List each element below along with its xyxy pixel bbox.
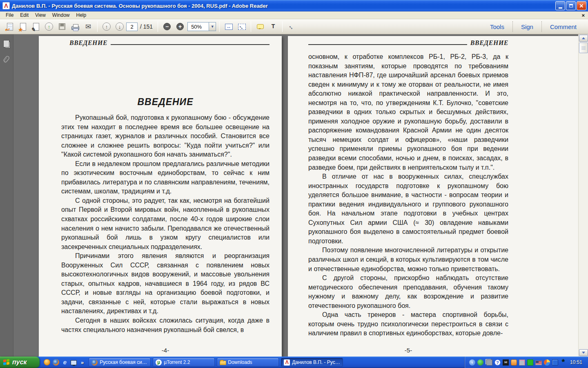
fit-page-icon: ↔ [238, 24, 246, 30]
show-desktop-icon[interactable] [71, 360, 77, 365]
paragraph: Если в недалеком прошлом предлагались ра… [61, 159, 270, 196]
page-number-left: -4- [61, 347, 270, 354]
chapter-title: ВВЕДЕНИЕ [61, 96, 270, 108]
scrollbar-thumb[interactable] [579, 43, 588, 53]
previous-page-button[interactable]: ↑ [100, 20, 113, 33]
menu-bar: FileEditViewWindowHelp [0, 11, 588, 19]
help-tray-icon[interactable]: ? [494, 359, 501, 366]
adobe-reader-app-icon: Λ [2, 2, 10, 9]
next-page-button[interactable]: ↓ [113, 20, 126, 33]
messenger-agent-icon[interactable] [511, 359, 517, 366]
menu-item[interactable]: View [32, 12, 49, 18]
sign-document-button[interactable]: ✎ [29, 20, 42, 33]
toolbar-separator [282, 21, 283, 32]
save-floppy-icon [59, 23, 65, 30]
close-button[interactable]: ✕ [577, 1, 586, 10]
task-label: Downloads [228, 359, 252, 365]
quick-launch-bar: e » [40, 359, 89, 366]
restore-button[interactable] [566, 1, 576, 10]
sign-panel-button[interactable]: Sign [512, 21, 541, 32]
menu-item[interactable]: File [2, 12, 17, 18]
network-connections-icon[interactable] [519, 359, 525, 366]
running-header-right: ВВЕДЕНИЕ [288, 36, 508, 47]
paragraph: Поэтому появление многочисленной литерат… [308, 246, 508, 274]
zoom-out-button[interactable]: − [160, 20, 174, 33]
header-rule [308, 44, 467, 45]
zoom-dropdown-button[interactable]: ▼ [209, 22, 216, 31]
network-monitor-icon[interactable] [486, 359, 492, 366]
header-label: ВВЕДЕНИЕ [69, 39, 107, 47]
header-label: ВВЕДЕНИЕ [470, 39, 508, 47]
menu-item[interactable]: Window [49, 12, 73, 18]
close-document-button[interactable]: × [581, 12, 585, 18]
firefox-icon[interactable] [53, 359, 59, 366]
menu-item[interactable]: Edit [17, 12, 32, 18]
page-up-icon: ↑ [102, 22, 111, 31]
toolbar-separator [251, 21, 251, 32]
page-thumbnails-button[interactable] [3, 40, 10, 49]
paragraph: В отличие от нас в вооруженных силах, сп… [308, 172, 508, 246]
start-label: пуск [12, 359, 27, 366]
page-number-input[interactable] [126, 22, 138, 31]
toolbar-separator [97, 21, 98, 32]
security-shield-icon[interactable] [44, 359, 50, 366]
fit-page-button[interactable]: ↔ [235, 20, 248, 33]
task-button-utorrent[interactable]: µ µTorrent 2.2 [153, 358, 215, 367]
task-label: µTorrent 2.2 [164, 359, 190, 365]
minimize-button[interactable] [555, 1, 565, 10]
page-number-right: -5- [308, 347, 508, 354]
antivirus-status-icon[interactable] [527, 359, 533, 366]
print-button[interactable] [69, 20, 82, 33]
task-button-downloads[interactable]: Downloads [217, 358, 279, 367]
task-button-firefox[interactable]: Русская боевая сист... [89, 358, 151, 367]
upload-arrow-icon: ↑ [45, 22, 53, 31]
internet-explorer-icon[interactable]: e [62, 359, 68, 366]
scrollbar-up-button[interactable] [579, 35, 588, 42]
fit-width-button[interactable]: ↔ [222, 20, 235, 33]
pan-zoom-button[interactable]: ↔ [285, 20, 298, 33]
windows-logo-icon [3, 359, 10, 366]
hide-tray-icons-button[interactable]: ‹ [469, 359, 475, 366]
toolbar-right-group: Tools Sign Comment [482, 19, 585, 34]
pages-panel-icon [5, 42, 10, 48]
taskbar-clock: 10:51 [568, 359, 585, 365]
add-sticky-note-button[interactable] [254, 20, 267, 33]
scrollbar-down-button[interactable] [579, 349, 588, 356]
language-us-flag-icon[interactable] [535, 361, 542, 365]
start-button[interactable]: пуск [0, 357, 40, 368]
running-header-left: ВВЕДЕНИЕ [39, 36, 282, 47]
diagonal-arrows-icon: ↔ [287, 22, 296, 31]
highlight-text-icon: T [270, 23, 277, 30]
save-button[interactable] [56, 20, 69, 33]
page-text-right: основном, к отработке комплексов РБ-1, Р… [308, 52, 508, 338]
window-title: Данилов В.П. - Русская боевая система. О… [12, 3, 555, 9]
graphics-utility-icon[interactable] [544, 359, 550, 366]
comment-panel-button[interactable]: Comment [541, 21, 585, 32]
mail-tray-icon[interactable]: ✉ [503, 359, 509, 366]
blue-app-tray-icon[interactable] [552, 359, 558, 366]
email-button[interactable]: ✉ [82, 20, 95, 33]
paragraph-list: В отличие от нас в вооруженных силах, сп… [308, 172, 508, 338]
zoom-in-icon: + [176, 23, 184, 30]
drweb-spider-icon[interactable]: * [560, 359, 566, 366]
zoom-level-value: 50% [187, 22, 209, 31]
toolbar-separator [219, 21, 220, 32]
page-text-left: Рукопашный бой, подготовка к рукопашному… [61, 113, 270, 334]
menu-item[interactable]: Help [73, 12, 90, 18]
folder-icon [220, 359, 226, 366]
task-button-adobe-reader[interactable]: Λ Данилов В.П. - Русс... [281, 358, 343, 367]
quick-launch-overflow-chevron[interactable]: » [79, 359, 85, 366]
comment-bubble-icon [257, 24, 264, 29]
highlight-text-button[interactable]: T [267, 20, 280, 33]
create-pdf-online-button[interactable]: ★ [16, 20, 29, 33]
attachments-paperclip-icon[interactable] [3, 55, 10, 63]
tools-panel-button[interactable]: Tools [482, 21, 512, 32]
pdf-page-left: ВВЕДЕНИЕ ВВЕДЕНИЕ Рукопашный бой, подгот… [39, 36, 282, 357]
zoom-level-select[interactable]: 50% ▼ [187, 22, 216, 31]
zoom-in-button[interactable]: + [174, 20, 187, 33]
vertical-scrollbar[interactable] [578, 34, 588, 357]
open-file-button[interactable]: ↩ [3, 20, 16, 33]
firefox-icon [91, 359, 98, 366]
share-upload-button[interactable]: ↑ [42, 20, 56, 33]
utorrent-tray-icon[interactable] [477, 359, 483, 366]
